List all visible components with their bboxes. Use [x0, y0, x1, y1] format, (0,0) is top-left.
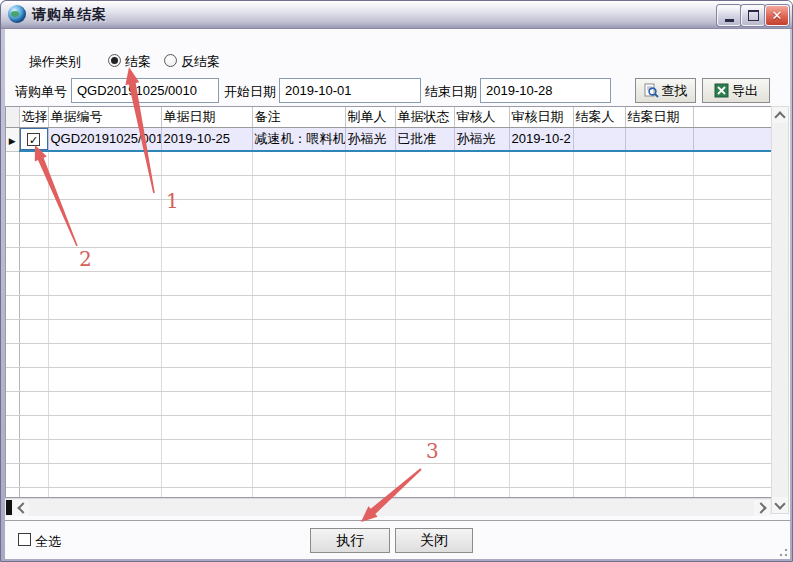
column-header-blank[interactable] [693, 107, 771, 127]
column-header-备注[interactable]: 备注 [252, 107, 345, 127]
grid-empty-cell [48, 247, 161, 271]
grid-cell[interactable]: 孙福光 [454, 127, 509, 151]
grid-empty-cell [252, 199, 345, 223]
grid-empty-cell [395, 175, 454, 199]
grid-empty-cell [454, 223, 509, 247]
grid-empty-cell [693, 463, 771, 487]
vertical-scrollbar[interactable] [771, 106, 789, 514]
grid-cell[interactable]: 孙福光 [345, 127, 395, 151]
grid-empty-cell [161, 343, 252, 367]
grid-empty-cell [693, 343, 771, 367]
grid-empty-cell [345, 391, 395, 415]
scrollbar-thumb[interactable] [6, 500, 12, 515]
grid-empty-cell [48, 175, 161, 199]
end-date-input[interactable] [480, 78, 611, 103]
radio-reverse-close-case[interactable] [164, 54, 177, 67]
grid-gutter-cell [6, 319, 19, 343]
export-button[interactable]: 导出 [702, 78, 770, 103]
scroll-down-button[interactable] [772, 497, 788, 513]
grid-gutter-cell [6, 271, 19, 295]
grid-empty-cell [573, 367, 625, 391]
grid-cell[interactable]: 2019-10-25 [161, 127, 252, 151]
select-all-checkbox[interactable] [18, 533, 31, 546]
grid-empty-cell [395, 271, 454, 295]
grid-empty-cell [161, 487, 252, 498]
grid-empty-cell [252, 439, 345, 463]
horizontal-scrollbar[interactable] [5, 498, 771, 516]
request-no-input[interactable] [71, 78, 219, 103]
grid-empty-cell [19, 391, 48, 415]
grid-empty-cell [454, 415, 509, 439]
close-button[interactable]: 关闭 [395, 528, 473, 553]
grid-empty-cell [509, 199, 573, 223]
search-icon [644, 83, 659, 98]
maximize-button[interactable] [741, 5, 765, 26]
grid-empty-cell [161, 391, 252, 415]
column-header-单据状态[interactable]: 单据状态 [395, 107, 454, 127]
column-header-单据日期[interactable]: 单据日期 [161, 107, 252, 127]
grid-empty-cell [454, 271, 509, 295]
grid-empty-cell [345, 439, 395, 463]
results-grid[interactable]: 选择单据编号单据日期备注制单人单据状态审核人审核日期结案人结案日期▶✓QGD20… [5, 106, 771, 498]
radio-reverse-close-case-label[interactable]: 反结案 [181, 53, 220, 71]
grid-empty-cell [625, 151, 693, 175]
column-header-选择[interactable]: 选择 [19, 107, 48, 127]
scroll-right-button[interactable] [754, 500, 770, 516]
grid-empty-cell [573, 295, 625, 319]
start-date-input[interactable] [279, 78, 421, 103]
grid-empty-cell [19, 415, 48, 439]
grid-empty-cell [252, 271, 345, 295]
column-header-审核日期[interactable]: 审核日期 [509, 107, 573, 127]
grid-empty-cell [625, 175, 693, 199]
row-select-checkbox[interactable]: ✓ [27, 133, 40, 146]
grid-empty-cell [161, 367, 252, 391]
grid-empty-cell [161, 295, 252, 319]
grid-empty-cell [252, 247, 345, 271]
grid-empty-cell [573, 271, 625, 295]
grid-cell[interactable] [693, 127, 771, 151]
grid-gutter-cell [6, 367, 19, 391]
grid-empty-cell [509, 175, 573, 199]
grid-empty-cell [454, 295, 509, 319]
column-header-审核人[interactable]: 审核人 [454, 107, 509, 127]
grid-cell[interactable] [573, 127, 625, 151]
grid-empty-cell [625, 463, 693, 487]
scroll-left-button[interactable] [13, 500, 29, 516]
grid-empty-cell [252, 463, 345, 487]
grid-empty-cell [161, 463, 252, 487]
grid-empty-cell [252, 391, 345, 415]
select-all-label[interactable]: 全选 [35, 533, 61, 551]
grid-cell[interactable] [625, 127, 693, 151]
column-header-结案日期[interactable]: 结案日期 [625, 107, 693, 127]
column-header-结案人[interactable]: 结案人 [573, 107, 625, 127]
radio-close-case[interactable] [108, 54, 121, 67]
minimize-button[interactable] [717, 5, 741, 26]
scroll-up-button[interactable] [772, 107, 788, 123]
grid-empty-cell [573, 463, 625, 487]
grid-empty-cell [509, 487, 573, 498]
column-header-单据编号[interactable]: 单据编号 [48, 107, 161, 127]
grid-cell[interactable]: 已批准 [395, 127, 454, 151]
grid-cell[interactable]: QGD20191025/0010 [48, 127, 161, 151]
row-select-checkbox-cell[interactable]: ✓ [19, 127, 48, 151]
chevron-down-icon [774, 498, 785, 509]
close-window-button[interactable]: ✕ [765, 5, 789, 26]
row-selector-marker[interactable]: ▶ [6, 127, 19, 151]
grid-empty-cell [693, 247, 771, 271]
grid-empty-cell [573, 487, 625, 498]
grid-empty-cell [252, 151, 345, 175]
grid-empty-cell [161, 439, 252, 463]
grid-empty-cell [454, 319, 509, 343]
grid-cell[interactable]: 减速机：喂料机减 [252, 127, 345, 151]
execute-button[interactable]: 执行 [310, 528, 390, 553]
grid-empty-cell [693, 295, 771, 319]
column-header-制单人[interactable]: 制单人 [345, 107, 395, 127]
grid-empty-cell [573, 223, 625, 247]
resize-grip[interactable] [778, 547, 788, 557]
grid-empty-cell [693, 223, 771, 247]
titlebar[interactable]: 请购单结案 ✕ [1, 1, 793, 29]
find-button[interactable]: 查找 [635, 78, 696, 103]
radio-close-case-label[interactable]: 结案 [125, 53, 151, 71]
grid-cell[interactable]: 2019-10-2 [509, 127, 573, 151]
grid-empty-cell [509, 463, 573, 487]
